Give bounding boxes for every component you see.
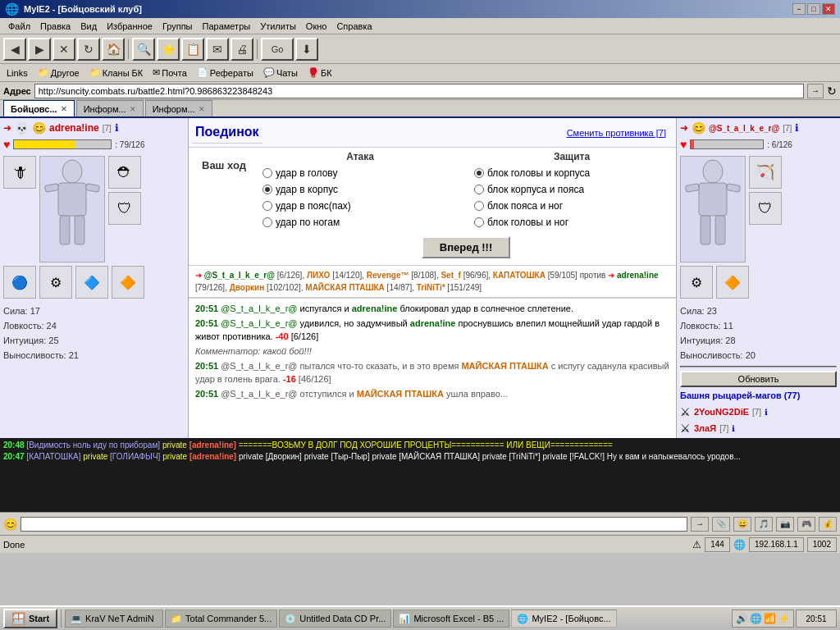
chat-game-button[interactable]: 🎮	[797, 517, 815, 532]
left-player-info-icon[interactable]: ℹ	[115, 122, 119, 134]
taskbar-item-tc[interactable]: 📁 Total Commander 5...	[165, 609, 277, 628]
forward-button[interactable]: ▶	[28, 38, 51, 61]
systray: 🔊 🌐 📶 ⚡	[732, 609, 794, 628]
left-item-1: 🔵	[3, 266, 36, 299]
defense-option-0[interactable]: блок головы и корпуса	[474, 167, 669, 179]
chat-extra-button[interactable]: 🎵	[755, 517, 773, 532]
chat-cam-button[interactable]: 📷	[776, 517, 794, 532]
attack-radio-0[interactable]	[262, 168, 272, 178]
attack-radio-3[interactable]	[262, 217, 272, 227]
attack-radio-2[interactable]	[262, 201, 272, 211]
menu-view[interactable]: Вид	[75, 21, 102, 32]
taskbar-item-excel[interactable]: 📊 Microsoft Excel - B5 ...	[393, 609, 509, 628]
search-button[interactable]: 🔍	[132, 38, 155, 61]
defense-radio-2[interactable]	[474, 201, 484, 211]
left-warrior-svg	[40, 157, 104, 262]
right-player-level: [7]	[783, 124, 792, 133]
tab-1-close[interactable]: ✕	[130, 105, 136, 113]
tower-player-info-1[interactable]: ℹ	[732, 424, 735, 433]
taskbar-item-cd[interactable]: 💿 Untitled Data CD Pr...	[279, 609, 391, 628]
menu-edit[interactable]: Правка	[35, 21, 75, 32]
update-button[interactable]: Обновить	[680, 371, 837, 387]
menu-help[interactable]: Справка	[331, 21, 377, 32]
address-go-button[interactable]: →	[807, 84, 824, 98]
attack-option-1[interactable]: удар в корпус	[262, 184, 458, 195]
tab-inform-1[interactable]: Информ... ✕	[76, 100, 144, 116]
forward-button[interactable]: Вперед !!!	[422, 236, 511, 258]
left-player-skull-icon: 💀	[15, 121, 29, 135]
taskbar-icon-excel: 📊	[399, 614, 410, 624]
fav-item-links[interactable]: Links	[3, 67, 31, 79]
tab-0-close[interactable]: ✕	[61, 105, 67, 113]
chat-emoji-button[interactable]: 😀	[733, 517, 751, 532]
left-player-name[interactable]: adrena!ine	[49, 122, 99, 134]
tab-0-label: Бойцовс...	[11, 104, 57, 114]
defense-option-1[interactable]: блок корпуса и пояса	[474, 184, 669, 195]
right-spear-icon: 🏹	[749, 156, 782, 189]
home-button[interactable]: 🏠	[102, 38, 125, 61]
defense-option-3[interactable]: блок головы и ног	[474, 217, 669, 228]
right-player-info-icon[interactable]: ℹ	[795, 122, 799, 134]
fav-item-pochta[interactable]: ✉ Почта	[149, 66, 190, 79]
print-button[interactable]: 🖨	[231, 38, 253, 61]
defense-radio-0[interactable]	[474, 168, 484, 178]
defense-radio-3[interactable]	[474, 217, 484, 227]
battle-title-bar: Поединок Сменить противника [7]	[189, 118, 676, 148]
download-button[interactable]: ⬇	[295, 38, 318, 61]
refresh-icon[interactable]: ↻	[827, 84, 837, 98]
chat-smiley-icon: 😊	[3, 518, 17, 531]
menu-favorites[interactable]: Избранное	[102, 21, 158, 32]
menu-window[interactable]: Окно	[301, 21, 332, 32]
right-hp-bar-bg	[690, 139, 764, 149]
fav-item-drugie[interactable]: 📁 Другое	[34, 66, 83, 79]
right-player-name[interactable]: @S_t_a_l_k_e_r@	[709, 124, 779, 133]
left-player-images: 🗡	[3, 156, 185, 262]
close-button[interactable]: ✕	[822, 3, 835, 15]
chat-coin-button[interactable]: 💰	[819, 517, 837, 532]
chat-text-input[interactable]	[21, 517, 687, 532]
mail-button[interactable]: ✉	[206, 38, 229, 61]
favorites-button[interactable]: ⭐	[157, 38, 180, 61]
tab-bojtsovcky[interactable]: Бойцовс... ✕	[3, 100, 75, 116]
defense-radio-1[interactable]	[474, 185, 484, 194]
attack-option-0[interactable]: удар в голову	[262, 167, 458, 179]
defense-option-2[interactable]: блок пояса и ног	[474, 200, 669, 212]
stop-button[interactable]: ✕	[52, 38, 75, 61]
go-button[interactable]: Go	[261, 38, 294, 61]
menu-groups[interactable]: Группы	[158, 21, 198, 32]
taskbar-item-krav[interactable]: 💻 KraV NeT AdmiN	[65, 609, 163, 628]
right-player-avatar-icon: 😊	[692, 121, 705, 135]
menu-utils[interactable]: Утилиты	[255, 21, 301, 32]
tower-player-info-0[interactable]: ℹ	[765, 408, 768, 417]
svg-point-6	[703, 160, 723, 183]
refresh-button[interactable]: ↻	[77, 38, 100, 61]
chat-name-0: [adrena!ine]	[189, 441, 236, 450]
menu-file[interactable]: Файл	[3, 21, 35, 32]
address-input[interactable]	[34, 84, 804, 98]
tower-player-name-0[interactable]: 2YouNG2DiE	[694, 407, 749, 417]
chat-attach-button[interactable]: 📎	[712, 517, 730, 532]
fav-item-referaty[interactable]: 📄 Рефераты	[194, 66, 257, 79]
tab-inform-2[interactable]: Информ... ✕	[145, 100, 212, 116]
attack-option-2[interactable]: удар в пояс(пах)	[262, 200, 458, 212]
back-button[interactable]: ◀	[3, 38, 26, 61]
defense-column: Защита блок головы и корпуса блок корпус…	[474, 151, 669, 233]
fav-item-klany[interactable]: 📁 Кланы БК	[86, 66, 147, 79]
attack-option-3[interactable]: удар по ногам	[262, 217, 458, 228]
action-cols-row: Атака удар в голову удар в корпус	[262, 151, 669, 233]
start-button[interactable]: 🪟 Start	[3, 609, 57, 628]
tower-player-name-1[interactable]: 3лаЯ	[694, 423, 716, 433]
tab-2-close[interactable]: ✕	[199, 105, 205, 113]
fav-item-bk[interactable]: 🥊 БК	[304, 66, 336, 79]
right-hp-text: : 6/126	[767, 140, 792, 149]
history-button[interactable]: 📋	[181, 38, 204, 61]
menu-params[interactable]: Параметры	[198, 21, 256, 32]
change-opponent-link[interactable]: Сменить противника [7]	[560, 126, 673, 139]
attack-radio-1[interactable]	[262, 185, 272, 194]
chat-send-button[interactable]: →	[691, 517, 709, 532]
minimize-button[interactable]: −	[792, 3, 806, 15]
adrena-name-status: adrena!ine	[617, 271, 659, 280]
maximize-button[interactable]: □	[807, 3, 820, 15]
taskbar-item-myie2[interactable]: 🌐 MyIE2 - [Бойцовс...	[511, 609, 616, 628]
fav-item-chaty[interactable]: 💬 Чаты	[260, 66, 301, 79]
